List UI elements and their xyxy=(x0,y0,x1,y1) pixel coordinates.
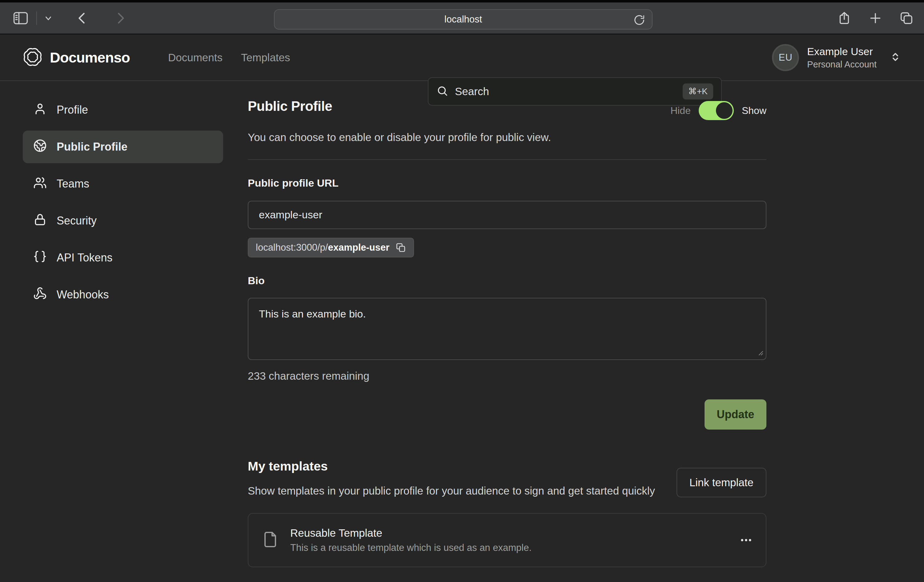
nav-templates[interactable]: Templates xyxy=(241,48,290,67)
chevron-down-icon[interactable] xyxy=(44,13,53,23)
toggle-knob xyxy=(716,102,733,119)
toggle-show-label: Show xyxy=(742,105,766,116)
sidebar-item-public-profile[interactable]: Public Profile xyxy=(23,131,223,163)
sidebar-toggle-icon[interactable] xyxy=(12,10,29,26)
refresh-icon[interactable] xyxy=(634,14,645,26)
page-title: Public Profile xyxy=(248,99,332,114)
sidebar-item-webhooks[interactable]: Webhooks xyxy=(23,278,223,311)
address-bar[interactable]: localhost xyxy=(274,9,653,30)
page: localhost xyxy=(0,0,924,582)
nav-documents[interactable]: Documents xyxy=(168,48,223,67)
copy-icon[interactable] xyxy=(396,242,406,253)
public-profile-url-input[interactable] xyxy=(248,201,766,229)
browser-chrome: localhost xyxy=(0,0,924,35)
sidebar-item-security[interactable]: Security xyxy=(23,205,223,237)
sidebar-item-label: Security xyxy=(57,214,97,227)
search-input[interactable] xyxy=(455,85,676,98)
sidebar-item-label: API Tokens xyxy=(57,251,112,264)
sidebar-item-profile[interactable]: Profile xyxy=(23,94,223,126)
divider xyxy=(248,159,766,160)
template-row[interactable]: Reusable Template This is a reusable tem… xyxy=(248,513,766,567)
page-description: You can choose to enable or disable your… xyxy=(248,129,766,146)
user-icon xyxy=(33,102,47,118)
profile-visibility-toggle[interactable] xyxy=(699,101,734,120)
public-profile-settings: Public Profile Hide Show You can choose … xyxy=(248,81,766,582)
address-bar-url: localhost xyxy=(444,14,482,25)
braces-icon xyxy=(33,250,47,266)
brand-name: Documenso xyxy=(50,49,130,66)
template-more-actions-icon[interactable] xyxy=(739,533,753,547)
characters-remaining: 233 characters remaining xyxy=(248,370,766,382)
update-button[interactable]: Update xyxy=(705,399,766,430)
new-tab-icon[interactable] xyxy=(869,12,882,25)
sidebar-item-api-tokens[interactable]: API Tokens xyxy=(23,241,223,274)
documenso-logo-icon xyxy=(23,47,43,68)
url-field-label: Public profile URL xyxy=(248,177,766,189)
account-name: Example User xyxy=(807,46,876,58)
chevrons-up-down-icon xyxy=(889,51,901,64)
webhook-icon xyxy=(33,287,47,303)
lock-icon xyxy=(33,213,47,229)
link-template-button[interactable]: Link template xyxy=(676,468,766,497)
profile-url-slug: example-user xyxy=(328,242,389,253)
file-icon xyxy=(261,531,279,550)
my-templates-title: My templates xyxy=(248,459,655,474)
forward-button-icon[interactable] xyxy=(113,11,127,25)
resize-grip-icon[interactable] xyxy=(757,349,764,357)
avatar: EU xyxy=(772,44,799,71)
globe-icon xyxy=(33,139,47,155)
divider xyxy=(36,12,37,25)
sidebar-item-label: Teams xyxy=(57,177,89,190)
profile-url-prefix: localhost:3000/p/ xyxy=(256,242,328,253)
search-icon xyxy=(436,85,448,98)
template-description: This is a reusable template which is use… xyxy=(290,542,531,553)
tab-overview-icon[interactable] xyxy=(899,11,914,25)
toggle-hide-label: Hide xyxy=(670,105,691,116)
account-menu[interactable]: EU Example User Personal Account xyxy=(772,44,901,71)
users-icon xyxy=(33,176,47,192)
back-button-icon[interactable] xyxy=(75,11,89,25)
settings-sidebar: Profile Public Profile xyxy=(0,81,223,582)
app-header: Documenso Documents Templates ⌘+K EU Exa… xyxy=(0,35,924,81)
profile-url-preview[interactable]: localhost:3000/p/example-user xyxy=(248,238,414,258)
app: Documenso Documents Templates ⌘+K EU Exa… xyxy=(0,35,924,582)
sidebar-item-label: Public Profile xyxy=(57,141,127,153)
my-templates-description: Show templates in your public profile fo… xyxy=(248,483,655,499)
search-bar[interactable]: ⌘+K xyxy=(428,77,722,106)
template-title: Reusable Template xyxy=(290,527,531,539)
sidebar-item-teams[interactable]: Teams xyxy=(23,167,223,200)
search-shortcut-badge: ⌘+K xyxy=(683,83,713,99)
sidebar-item-label: Webhooks xyxy=(57,288,109,301)
bio-textarea[interactable]: This is an example bio. xyxy=(248,298,766,360)
account-type: Personal Account xyxy=(807,60,876,69)
share-icon[interactable] xyxy=(837,11,851,25)
brand[interactable]: Documenso xyxy=(23,47,130,68)
sidebar-item-label: Profile xyxy=(57,104,88,116)
top-nav: Documents Templates xyxy=(168,48,290,67)
bio-field-label: Bio xyxy=(248,274,766,287)
